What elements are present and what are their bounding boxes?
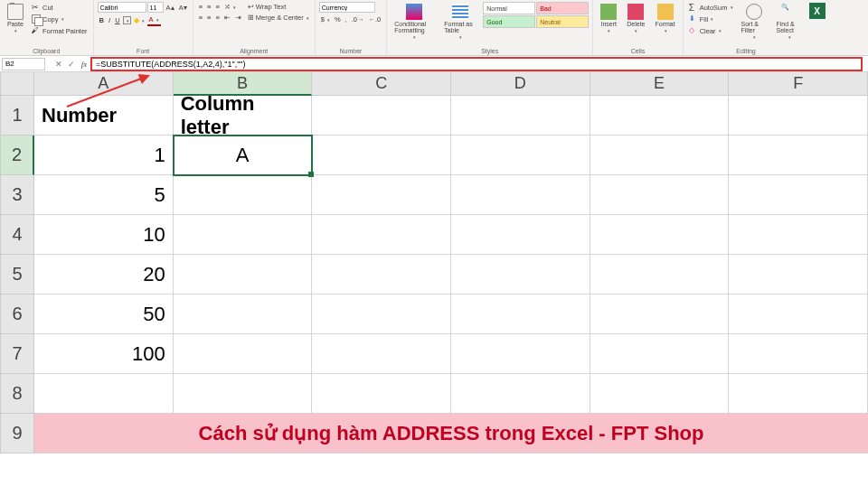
cell-b8[interactable] — [174, 374, 313, 414]
underline-button[interactable]: U — [113, 15, 121, 25]
cell-d3[interactable] — [451, 175, 590, 215]
align-left-button[interactable]: ≡ — [197, 13, 204, 23]
row-header-5[interactable]: 5 — [0, 255, 34, 294]
format-as-table-button[interactable]: Format as Table — [440, 2, 480, 42]
cell-a4[interactable]: 10 — [34, 215, 174, 255]
row-header-3[interactable]: 3 — [0, 175, 34, 215]
delete-button[interactable]: Delete — [623, 2, 648, 35]
cell-f5[interactable] — [729, 255, 868, 294]
col-header-d[interactable]: D — [451, 72, 590, 96]
cell-b4[interactable] — [174, 215, 313, 255]
cell-e1[interactable] — [590, 96, 730, 136]
cell-a2[interactable]: 1 — [34, 136, 174, 175]
cell-b3[interactable] — [174, 175, 313, 215]
insert-function-button[interactable]: fx — [78, 60, 90, 69]
cell-c7[interactable] — [312, 334, 451, 374]
cell-c2[interactable] — [312, 136, 451, 175]
conditional-formatting-button[interactable]: Conditional Formatting — [391, 2, 438, 42]
clear-button[interactable]: Clear — [687, 25, 735, 36]
row-header-7[interactable]: 7 — [0, 334, 34, 374]
wrap-text-button[interactable]: ↩ Wrap Text — [246, 2, 311, 12]
align-center-button[interactable]: ≡ — [205, 13, 212, 23]
row-header-8[interactable]: 8 — [0, 374, 34, 414]
cut-button[interactable]: Cut — [30, 2, 90, 13]
cell-c6[interactable] — [312, 294, 451, 334]
cell-d2[interactable] — [451, 136, 590, 175]
cell-b7[interactable] — [174, 334, 313, 374]
align-right-button[interactable]: ≡ — [213, 13, 221, 23]
cell-e7[interactable] — [590, 334, 730, 374]
select-all-corner[interactable] — [0, 72, 34, 96]
fill-button[interactable]: Fill — [687, 14, 735, 24]
decrease-font-button[interactable]: A▾ — [177, 3, 189, 13]
cell-f2[interactable] — [729, 136, 868, 175]
bold-button[interactable]: B — [98, 15, 106, 25]
sort-filter-button[interactable]: Sort & Filter — [738, 2, 770, 42]
cell-f8[interactable] — [729, 374, 868, 414]
align-bottom-button[interactable]: ≡ — [213, 2, 221, 12]
cell-a7[interactable]: 100 — [34, 334, 174, 374]
find-select-button[interactable]: 🔍Find & Select — [773, 2, 806, 42]
row-header-1[interactable]: 1 — [0, 96, 34, 136]
cell-f4[interactable] — [729, 215, 868, 255]
cell-styles-gallery[interactable]: Normal Bad Good Neutral — [483, 2, 589, 28]
increase-indent-button[interactable]: ⇥ — [233, 13, 243, 23]
copy-button[interactable]: Copy — [30, 14, 90, 24]
cell-d8[interactable] — [451, 374, 590, 414]
style-good[interactable]: Good — [483, 15, 535, 28]
insert-button[interactable]: Insert — [597, 2, 620, 35]
style-neutral[interactable]: Neutral — [536, 15, 589, 28]
comma-button[interactable]: , — [344, 14, 349, 24]
cell-e8[interactable] — [590, 374, 730, 414]
row-header-6[interactable]: 6 — [0, 294, 34, 334]
format-button[interactable]: Format — [651, 2, 678, 35]
merge-center-button[interactable]: ⊞ Merge & Center — [246, 13, 311, 23]
col-header-f[interactable]: F — [729, 72, 868, 96]
cell-c3[interactable] — [312, 175, 451, 215]
cell-banner[interactable]: Cách sử dụng hàm ADDRESS trong Excel - F… — [34, 414, 868, 453]
cell-f1[interactable] — [729, 96, 868, 136]
increase-font-button[interactable]: A▴ — [165, 3, 176, 13]
currency-button[interactable]: $ — [319, 14, 332, 24]
enter-formula-button[interactable]: ✓ — [65, 60, 78, 69]
cell-b6[interactable] — [174, 294, 313, 334]
cell-a8[interactable] — [34, 374, 174, 414]
cell-d4[interactable] — [451, 215, 590, 255]
col-header-a[interactable]: A — [34, 72, 174, 96]
paste-button[interactable]: Paste — [4, 2, 27, 35]
cell-a3[interactable]: 5 — [34, 175, 174, 215]
cell-d5[interactable] — [451, 255, 590, 294]
italic-button[interactable]: I — [107, 15, 112, 25]
name-box[interactable]: B2 — [2, 58, 45, 70]
align-top-button[interactable]: ≡ — [197, 2, 204, 12]
row-header-2[interactable]: 2 — [0, 136, 34, 175]
number-format-select[interactable] — [319, 2, 375, 13]
border-button[interactable] — [123, 16, 131, 24]
font-size-input[interactable] — [147, 2, 164, 13]
cell-c5[interactable] — [312, 255, 451, 294]
formula-input[interactable]: =SUBSTITUTE(ADDRESS(1,A2,4),"1","") — [90, 57, 863, 71]
cell-a5[interactable]: 20 — [34, 255, 174, 294]
percent-button[interactable]: % — [333, 14, 343, 24]
col-header-e[interactable]: E — [590, 72, 730, 96]
cell-f7[interactable] — [729, 334, 868, 374]
fill-color-button[interactable]: ◆ — [132, 15, 146, 25]
cell-e2[interactable] — [590, 136, 730, 175]
format-painter-button[interactable]: Format Painter — [30, 25, 90, 36]
cell-c4[interactable] — [312, 215, 451, 255]
cell-b1[interactable]: Column letter — [174, 96, 313, 136]
cell-b2[interactable]: A — [174, 136, 313, 175]
cell-c1[interactable] — [312, 96, 451, 136]
cell-e3[interactable] — [590, 175, 730, 215]
font-name-input[interactable] — [98, 2, 146, 13]
cell-e5[interactable] — [590, 255, 730, 294]
row-header-9[interactable]: 9 — [0, 414, 34, 453]
cell-e6[interactable] — [590, 294, 730, 334]
row-header-4[interactable]: 4 — [0, 215, 34, 255]
cell-e4[interactable] — [590, 215, 730, 255]
font-color-button[interactable]: A — [147, 14, 161, 26]
increase-decimal-button[interactable]: .0→ — [350, 14, 366, 24]
align-middle-button[interactable]: ≡ — [205, 2, 212, 12]
cell-a6[interactable]: 50 — [34, 294, 174, 334]
cell-d7[interactable] — [451, 334, 590, 374]
